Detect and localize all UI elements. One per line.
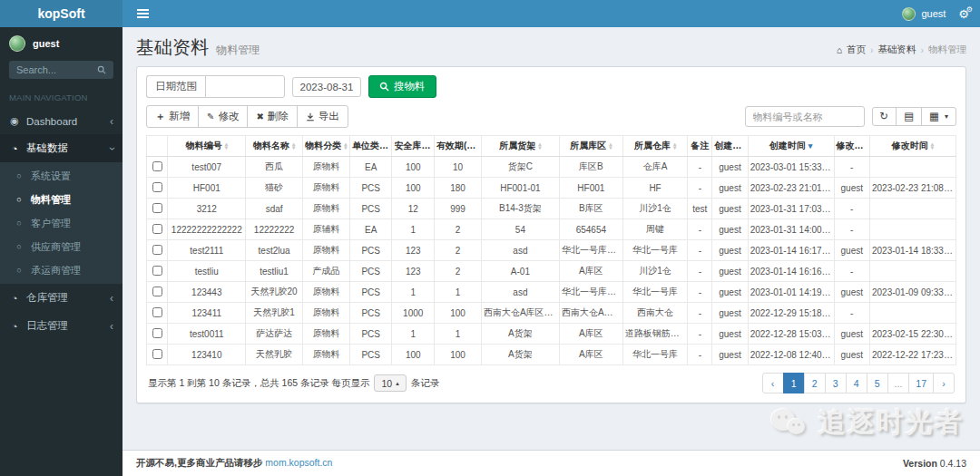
- row-checkbox[interactable]: [152, 203, 162, 213]
- table-cell: 原物料: [302, 178, 349, 199]
- row-checkbox[interactable]: [152, 266, 162, 276]
- table-cell: 2023-01-31 14:00:31: [748, 219, 834, 240]
- user-menu[interactable]: guest: [902, 7, 946, 21]
- delete-button[interactable]: ✖ 删除: [247, 105, 297, 128]
- row-checkbox[interactable]: [152, 245, 162, 255]
- navbar: guest ⚙⚙: [122, 0, 980, 27]
- page-size-select[interactable]: 10 ▴: [374, 374, 406, 392]
- gears-icon[interactable]: ⚙⚙: [958, 8, 969, 20]
- sidebar-item-dashboard[interactable]: ◉ Dashboard ‹: [0, 108, 122, 134]
- sidebar-item-log-management[interactable]: ◔ 日志管理 ‹: [0, 312, 122, 340]
- table-cell: A货架: [481, 345, 559, 365]
- export-button[interactable]: 导出: [297, 105, 348, 128]
- table-cell: 萨达萨达: [246, 324, 303, 345]
- prev-page-button[interactable]: ‹: [762, 373, 784, 393]
- search-icon: [379, 82, 389, 92]
- date-end-input[interactable]: [292, 77, 361, 97]
- table-row[interactable]: test007西瓜原物料EA10010货架C库区B仓库A-guest2023-0…: [147, 157, 956, 178]
- table-row[interactable]: 123411天然乳胶1原物料PCS1000100西南大仓A库区2货架西南大仓A库…: [147, 303, 956, 324]
- sidebar: guest MAIN NAVIGATION ◉ Dashboard ‹ ◔ 基础…: [0, 27, 122, 476]
- row-checkbox[interactable]: [152, 224, 162, 234]
- card-view-button[interactable]: ▤: [896, 107, 922, 127]
- columns-button[interactable]: ▦ ▾: [921, 107, 956, 127]
- row-checkbox[interactable]: [152, 182, 162, 192]
- table-cell: 天然乳胶: [246, 345, 303, 365]
- table-cell: 1: [435, 282, 482, 303]
- table-cell: PCS: [349, 324, 392, 345]
- breadcrumb-home[interactable]: 首页: [847, 44, 866, 56]
- table-cell: -: [834, 219, 869, 240]
- search-button[interactable]: [90, 61, 113, 79]
- column-header[interactable]: 物料编号▴▾: [168, 136, 246, 157]
- sidebar-item-warehouse-management[interactable]: ◔ 仓库管理 ‹: [0, 284, 122, 312]
- footer-link[interactable]: mom.kopsoft.cn: [265, 457, 332, 468]
- checkbox-cell: [147, 178, 168, 199]
- search-materials-button[interactable]: 搜物料: [368, 75, 436, 98]
- table-cell: HF: [622, 178, 688, 199]
- row-checkbox[interactable]: [152, 307, 162, 317]
- column-header[interactable]: 创建人▴▾: [712, 136, 748, 157]
- edit-button[interactable]: ✎ 修改: [198, 105, 248, 128]
- version-label: Version: [903, 458, 937, 469]
- column-header[interactable]: 安全库存▴▾: [392, 136, 435, 157]
- sidebar-item-carrier-management[interactable]: ○ 承运商管理: [0, 258, 122, 282]
- checkbox-cell: [147, 157, 168, 178]
- table-row[interactable]: 123443天然乳胶20原物料PCS11asd华北一号库A区华北一号库-gues…: [147, 282, 956, 303]
- column-header[interactable]: 修改时间▴▾: [869, 136, 956, 157]
- table-cell: 库区B: [559, 157, 622, 178]
- date-range-input[interactable]: [205, 75, 285, 98]
- table-row[interactable]: 123410天然乳胶原物料PCS100100A货架A库区华北一号库-guest2…: [147, 345, 956, 365]
- page-button[interactable]: 3: [825, 373, 847, 393]
- column-header[interactable]: 所属仓库▴▾: [622, 136, 688, 157]
- page-button[interactable]: 17: [908, 373, 934, 393]
- table-header-row: 物料编号▴▾物料名称▴▾物料分类▴▾单位类别▴▾安全库存▴▾有效期(天)▴▾所属…: [147, 136, 956, 157]
- column-header[interactable]: 单位类别▴▾: [349, 136, 392, 157]
- page-button[interactable]: 5: [867, 373, 888, 393]
- column-header[interactable]: 创建时间▾: [748, 136, 834, 157]
- material-filter-input[interactable]: [745, 106, 865, 127]
- sidebar-user-name: guest: [33, 38, 59, 49]
- search-input[interactable]: [9, 61, 90, 79]
- column-header[interactable]: 物料名称▴▾: [246, 136, 303, 157]
- sort-carets: ▴▾: [673, 142, 676, 151]
- nav-section-header: MAIN NAVIGATION: [0, 86, 122, 108]
- avatar: [902, 7, 916, 21]
- table-cell: PCS: [349, 282, 392, 303]
- table-cell: guest: [834, 178, 869, 199]
- add-button[interactable]: ＋ 新增: [146, 105, 199, 128]
- page-button[interactable]: 2: [804, 373, 826, 393]
- column-header[interactable]: 修改人▴▾: [834, 136, 869, 157]
- sidebar-item-customer-management[interactable]: ○ 客户管理: [0, 211, 122, 235]
- page-button[interactable]: 4: [846, 373, 867, 393]
- sidebar-item-supplier-management[interactable]: ○ 供应商管理: [0, 235, 122, 258]
- sort-carets: ▴▾: [292, 142, 295, 151]
- refresh-button[interactable]: ↻: [872, 107, 897, 127]
- column-header[interactable]: 所属货架▴▾: [481, 136, 559, 157]
- column-header[interactable]: 物料分类▴▾: [302, 136, 349, 157]
- caret-down-icon: ▾: [945, 112, 948, 121]
- table-cell: EA: [349, 157, 392, 178]
- row-checkbox[interactable]: [152, 328, 162, 338]
- sidebar-user-panel: guest: [0, 27, 122, 58]
- table-row[interactable]: testliutestliu1产成品PCS1232A-01A库区川沙1仓-gue…: [147, 261, 956, 282]
- table-cell: 654654: [559, 219, 622, 240]
- footer: 开源不易,更多商业产品请移步 mom.kopsoft.cn Version 0.…: [122, 450, 980, 476]
- table-row[interactable]: HF001猫砂原物料PCS100180HF001-01HF001HF-guest…: [147, 178, 956, 199]
- sidebar-item-system-settings[interactable]: ○ 系统设置: [0, 164, 122, 188]
- next-page-button[interactable]: ›: [933, 373, 955, 393]
- table-row[interactable]: test2111test2lua原物料PCS1232asd华北一号库A区华北一号…: [147, 240, 956, 261]
- table-row[interactable]: 1222222222222212222222原辅料EA1254654654周键-…: [147, 219, 956, 240]
- row-checkbox[interactable]: [152, 161, 162, 171]
- sidebar-item-material-management[interactable]: ○ 物料管理: [0, 188, 122, 211]
- sidebar-item-base-data[interactable]: ◔ 基础数据 ‹: [0, 134, 122, 162]
- page-button[interactable]: 1: [783, 373, 805, 393]
- app-logo[interactable]: kopSoft: [0, 0, 122, 27]
- column-header[interactable]: 所属库区▴▾: [559, 136, 622, 157]
- table-row[interactable]: test0011萨达萨达原物料PCS11A货架A库区道路板钢筋仓库-guest2…: [147, 324, 956, 345]
- row-checkbox[interactable]: [152, 349, 162, 359]
- sidebar-toggle-icon[interactable]: [133, 5, 152, 22]
- row-checkbox[interactable]: [152, 287, 162, 296]
- table-row[interactable]: 3212sdaf原物料PCS12999B14-3货架B库区川沙1仓testgue…: [147, 199, 956, 219]
- column-header[interactable]: 有效期(天)▴▾: [435, 136, 482, 157]
- breadcrumb-base-data[interactable]: 基础资料: [878, 44, 916, 56]
